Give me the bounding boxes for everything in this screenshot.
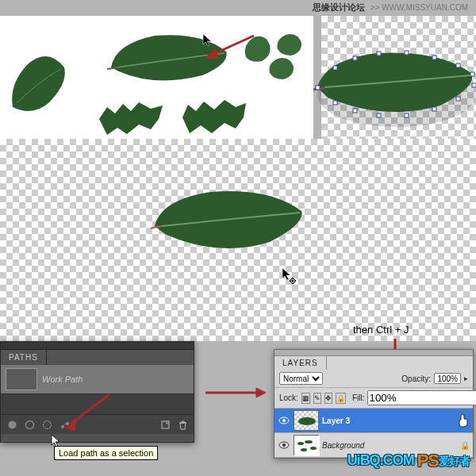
layer-thumbnail — [294, 435, 319, 455]
watermark-tld: .COM — [380, 452, 414, 468]
fill-label: Fill: — [352, 393, 365, 402]
source-leaves-canvas — [0, 16, 313, 139]
svg-rect-11 — [472, 83, 476, 87]
visibility-eye-icon[interactable] — [278, 414, 290, 427]
lock-fill-row: Lock: ▦ ✎ ✥ 🔒 Fill: ▸ — [274, 388, 473, 409]
svg-point-36 — [282, 443, 286, 447]
footer-watermark: UiBQ.COM PS爱好者 — [347, 451, 470, 471]
opacity-label: Opacity: — [401, 374, 431, 383]
source-site-url: >> WWW.MISSYUAN.COM — [370, 3, 468, 12]
move-cursor-icon — [282, 267, 298, 285]
result-canvas — [0, 139, 476, 341]
lock-transparent-icon[interactable]: ▦ — [301, 393, 310, 404]
svg-point-40 — [301, 448, 307, 451]
layer-thumbnail — [294, 410, 319, 431]
svg-point-41 — [310, 447, 317, 450]
svg-rect-8 — [432, 56, 436, 60]
watermark-domain: UiBQ — [347, 452, 380, 468]
svg-rect-13 — [432, 107, 436, 111]
svg-rect-6 — [377, 52, 381, 56]
layer-row-layer3[interactable]: Layer 3 — [274, 409, 473, 433]
svg-rect-17 — [333, 101, 337, 105]
watermark-cn: 爱好者 — [439, 455, 470, 467]
svg-rect-5 — [353, 56, 357, 60]
lock-all-icon[interactable]: 🔒 — [336, 393, 346, 404]
leaf-cutout — [151, 182, 309, 262]
tooltip: Load path as a selection — [54, 446, 158, 460]
load-selection-icon[interactable] — [40, 418, 53, 431]
arrow-icon — [60, 390, 116, 433]
chevron-right-icon[interactable]: ▸ — [464, 374, 468, 382]
stroke-path-icon[interactable] — [23, 418, 36, 431]
svg-line-0 — [210, 36, 254, 56]
opacity-input[interactable] — [434, 373, 461, 384]
svg-line-26 — [70, 394, 109, 424]
leaf-serrated — [95, 99, 167, 139]
fill-path-icon[interactable] — [6, 418, 18, 431]
path-name-label: Work Path — [42, 374, 83, 384]
paths-panel[interactable]: PATHS Work Path — [0, 341, 194, 443]
svg-point-33 — [282, 419, 286, 422]
svg-marker-1 — [205, 49, 218, 59]
lock-position-icon[interactable]: ✥ — [324, 393, 332, 404]
new-path-icon[interactable] — [159, 418, 171, 431]
fill-input[interactable] — [367, 390, 476, 405]
svg-point-38 — [298, 442, 304, 445]
svg-rect-12 — [456, 97, 460, 101]
layers-tab[interactable]: LAYERS — [274, 356, 327, 370]
svg-point-34 — [298, 417, 316, 425]
layers-panel[interactable]: LAYERS Normal Opacity: ▸ Lock: ▦ ✎ ✥ 🔒 F… — [274, 349, 474, 459]
blend-mode-select[interactable]: Normal — [279, 372, 323, 385]
leaf-with-path — [313, 44, 476, 131]
svg-point-22 — [43, 420, 51, 428]
arrow-icon — [202, 385, 270, 401]
hand-cursor-icon — [457, 413, 470, 428]
svg-rect-25 — [162, 421, 169, 428]
svg-rect-3 — [316, 86, 320, 90]
source-site-cn: 思缘设计论坛 — [313, 2, 365, 12]
arrow-icon — [202, 32, 258, 63]
svg-rect-7 — [405, 51, 409, 55]
svg-rect-14 — [405, 113, 409, 117]
paths-tab[interactable]: PATHS — [1, 350, 47, 365]
lock-icon: 🔒 — [460, 441, 470, 450]
svg-rect-10 — [470, 72, 474, 76]
svg-rect-15 — [377, 113, 381, 117]
layer-name-label: Layer 3 — [322, 416, 454, 425]
svg-rect-4 — [333, 66, 337, 70]
svg-point-21 — [25, 420, 33, 428]
path-thumbnail — [6, 368, 37, 390]
leaf-image — [5, 52, 76, 123]
svg-point-20 — [8, 420, 16, 428]
svg-marker-29 — [256, 388, 266, 397]
svg-rect-9 — [456, 63, 460, 67]
svg-rect-37 — [294, 436, 320, 456]
source-watermark: 思缘设计论坛 >> WWW.MISSYUAN.COM — [313, 2, 468, 13]
delete-path-icon[interactable] — [176, 418, 189, 431]
blend-opacity-row: Normal Opacity: ▸ — [274, 370, 473, 388]
layer-name-label: Background — [322, 441, 457, 450]
lock-label: Lock: — [279, 393, 298, 402]
watermark-ps: PS — [417, 451, 439, 470]
visibility-eye-icon[interactable] — [278, 439, 290, 451]
leaf-serrated — [178, 95, 250, 139]
lock-pixels-icon[interactable]: ✎ — [313, 393, 321, 404]
svg-point-39 — [305, 440, 313, 443]
svg-rect-16 — [353, 109, 357, 113]
instruction-text: then Ctrl + J — [353, 324, 409, 336]
path-edit-canvas — [321, 16, 476, 139]
